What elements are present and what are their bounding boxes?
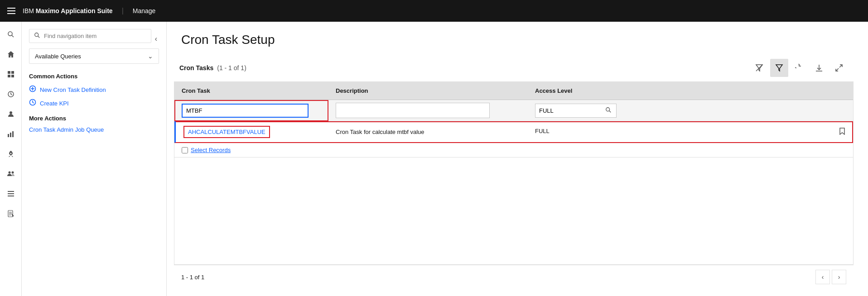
col-header-description[interactable]: Description [328, 82, 528, 100]
filter-clear-button[interactable] [750, 59, 768, 77]
download-button[interactable] [810, 59, 828, 77]
svg-marker-30 [776, 65, 782, 71]
svg-point-0 [8, 32, 12, 36]
access-level-value: FULL [528, 121, 853, 143]
page-title: Cron Task Setup [181, 33, 854, 47]
brand-name: IBM Maximo Application Suite [23, 7, 113, 14]
expand-button[interactable] [830, 59, 848, 77]
svg-point-13 [11, 172, 14, 174]
home-nav-icon[interactable] [2, 45, 20, 63]
table-title: Cron Tasks [179, 64, 213, 72]
svg-rect-2 [8, 71, 10, 74]
available-queries-dropdown[interactable]: Available Queries ⌄ [29, 48, 159, 64]
select-records-checkbox[interactable] [182, 147, 188, 153]
available-queries-label: Available Queries [35, 53, 81, 60]
svg-rect-15 [8, 193, 14, 194]
filter-row [174, 100, 853, 121]
filter-button[interactable] [770, 59, 788, 77]
rocket-nav-icon[interactable] [2, 145, 20, 163]
history-nav-icon[interactable] [2, 85, 20, 103]
col-header-access-level[interactable]: Access Level [528, 82, 853, 100]
people-nav-icon[interactable] [2, 165, 20, 183]
clock-icon [29, 99, 36, 108]
svg-rect-5 [11, 75, 14, 77]
pagination-next-button[interactable]: › [832, 270, 846, 284]
pagination-row: 1 - 1 of 1 ‹ › [174, 265, 854, 289]
table-row: AHCALCULATEMTBFVALUE Cron Task for calcu… [174, 121, 853, 143]
search-nav-icon[interactable] [2, 25, 20, 43]
svg-line-23 [38, 36, 40, 38]
svg-rect-4 [8, 75, 10, 77]
create-kpi-action[interactable]: Create KPI [29, 99, 159, 108]
svg-point-12 [8, 172, 10, 174]
svg-line-32 [839, 65, 842, 67]
icon-bar [0, 22, 22, 296]
svg-rect-8 [8, 134, 9, 137]
col-header-cron-task[interactable]: Cron Task [174, 82, 328, 100]
table-wrapper: Cron Task Description Access Level [174, 81, 854, 265]
top-navigation: IBM Maximo Application Suite | Manage [0, 0, 868, 22]
cron-task-value[interactable]: AHCALCULATEMTBFVALUE [183, 126, 270, 138]
table-count: (1 - 1 of 1) [217, 64, 246, 72]
access-level-search-button[interactable] [601, 104, 616, 117]
svg-line-33 [836, 68, 839, 71]
description-filter-input-wrap [336, 103, 490, 118]
report-nav-icon[interactable] [2, 205, 20, 223]
table-header-row: Cron Task Description Access Level [174, 82, 853, 100]
create-kpi-label: Create KPI [40, 100, 69, 107]
page-header: Cron Task Setup [167, 22, 868, 54]
new-cron-task-action[interactable]: New Cron Task Definition [29, 85, 159, 94]
svg-point-7 [10, 111, 12, 114]
description-filter-input[interactable] [336, 103, 489, 118]
main-content: Cron Task Setup Cron Tasks (1 - 1 of 1) [167, 22, 868, 296]
access-level-filter-input[interactable] [535, 105, 601, 117]
svg-rect-10 [12, 131, 14, 137]
table-area: Cron Tasks (1 - 1 of 1) [167, 54, 868, 296]
svg-line-35 [609, 110, 611, 112]
hamburger-menu[interactable] [7, 8, 15, 14]
person-nav-icon[interactable] [2, 105, 20, 123]
svg-line-1 [12, 35, 14, 37]
list-nav-icon[interactable] [2, 185, 20, 203]
bookmark-icon[interactable] [839, 128, 846, 136]
pagination-info: 1 - 1 of 1 [181, 274, 204, 281]
table-toolbar: Cron Tasks (1 - 1 of 1) [174, 54, 854, 81]
sidebar-search-icon [34, 32, 40, 40]
pagination-prev-button[interactable]: ‹ [815, 270, 830, 284]
select-records-link[interactable]: Select Records [191, 147, 231, 153]
svg-rect-3 [11, 71, 14, 74]
sidebar-collapse-button[interactable]: ‹ [153, 33, 159, 45]
pagination-controls: ‹ › [815, 270, 846, 284]
description-value: Cron Task for calculate mtbf value [328, 121, 528, 143]
chevron-down-icon: ⌄ [148, 53, 153, 60]
select-records-row: Select Records [174, 143, 853, 158]
cron-task-filter-input-wrap [182, 104, 309, 118]
toolbar-left: Cron Tasks (1 - 1 of 1) [179, 64, 246, 72]
cron-task-filter-input[interactable] [183, 105, 308, 117]
svg-rect-14 [8, 191, 14, 192]
refresh-button[interactable] [790, 59, 808, 77]
nav-divider: | [122, 7, 124, 15]
cron-tasks-table: Cron Task Description Access Level [174, 82, 853, 158]
sidebar: ‹ Available Queries ⌄ Common Actions New… [22, 22, 167, 296]
more-actions-title: More Actions [29, 115, 159, 122]
cron-task-admin-link[interactable]: Cron Task Admin Job Queue [29, 126, 159, 133]
module-name: Manage [133, 7, 156, 14]
sidebar-search-box [29, 29, 151, 43]
svg-point-11 [10, 153, 11, 154]
toolbar-right [750, 59, 848, 77]
access-level-filter-wrap [535, 104, 617, 118]
grid-nav-icon[interactable] [2, 65, 20, 83]
svg-marker-36 [840, 128, 844, 134]
chart-nav-icon[interactable] [2, 125, 20, 143]
svg-point-22 [35, 33, 39, 37]
add-icon [29, 85, 36, 94]
common-actions-title: Common Actions [29, 73, 159, 80]
svg-point-34 [606, 107, 610, 111]
svg-rect-16 [8, 196, 14, 196]
svg-rect-9 [10, 133, 11, 137]
sidebar-search-input[interactable] [44, 33, 146, 39]
new-cron-task-label: New Cron Task Definition [40, 86, 106, 93]
select-records-label: Select Records [182, 147, 846, 153]
